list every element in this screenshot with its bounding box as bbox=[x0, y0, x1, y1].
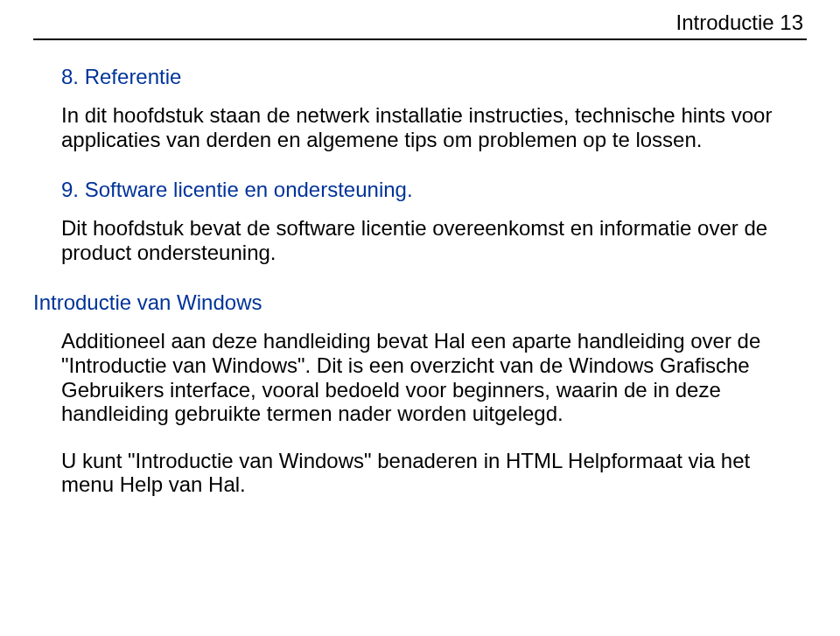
section-body-software-licentie: Dit hoofdstuk bevat de software licentie… bbox=[61, 216, 807, 264]
header-divider bbox=[33, 38, 807, 40]
section-body-introductie-windows-2: U kunt "Introductie van Windows" benader… bbox=[61, 449, 807, 497]
section-heading-introductie-windows: Introductie van Windows bbox=[33, 290, 807, 315]
section-body-introductie-windows-1: Additioneel aan deze handleiding bevat H… bbox=[61, 329, 807, 425]
page-header: Introductie 13 bbox=[33, 10, 807, 40]
page: Introductie 13 8. Referentie In dit hoof… bbox=[0, 0, 840, 497]
section-heading-software-licentie: 9. Software licentie en ondersteuning. bbox=[61, 178, 807, 202]
section-body-referentie: In dit hoofdstuk staan de netwerk instal… bbox=[61, 103, 807, 151]
page-header-label: Introductie 13 bbox=[33, 10, 807, 35]
section-heading-referentie: 8. Referentie bbox=[61, 65, 807, 89]
